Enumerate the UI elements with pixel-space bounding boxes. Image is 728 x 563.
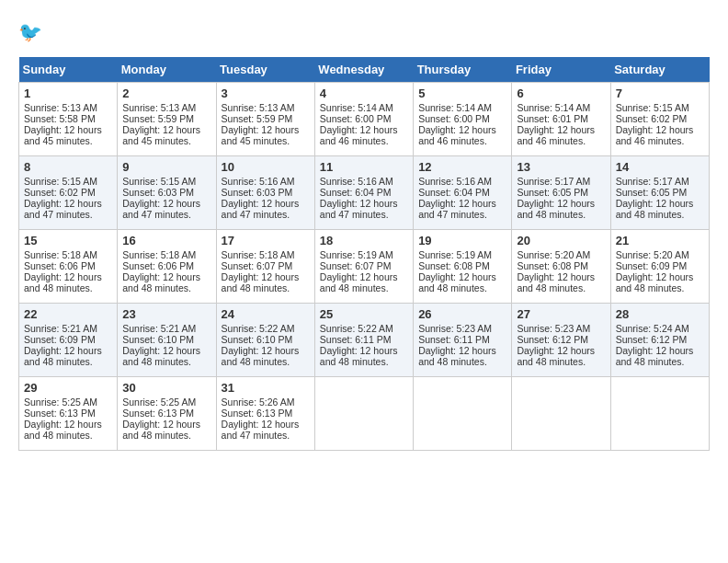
sunrise-info: Sunrise: 5:17 AM bbox=[517, 176, 605, 187]
logo-icon: 🐦 bbox=[18, 18, 48, 48]
table-row: 17Sunrise: 5:18 AMSunset: 6:07 PMDayligh… bbox=[216, 230, 314, 304]
day-number: 10 bbox=[222, 160, 310, 174]
sunset-info: Sunset: 6:01 PM bbox=[517, 113, 605, 124]
table-row: 20Sunrise: 5:20 AMSunset: 6:08 PMDayligh… bbox=[512, 230, 610, 304]
day-number: 13 bbox=[517, 160, 605, 174]
sunset-info: Sunset: 6:10 PM bbox=[222, 334, 310, 345]
day-number: 23 bbox=[122, 307, 210, 321]
header: 🐦 bbox=[18, 18, 710, 48]
daylight-info: Daylight: 12 hours and 48 minutes. bbox=[122, 345, 210, 367]
daylight-info: Daylight: 12 hours and 46 minutes. bbox=[320, 124, 408, 146]
sunset-info: Sunset: 6:07 PM bbox=[222, 260, 310, 271]
daylight-info: Daylight: 12 hours and 48 minutes. bbox=[24, 271, 112, 293]
day-number: 20 bbox=[517, 234, 605, 247]
sunset-info: Sunset: 6:05 PM bbox=[517, 187, 605, 198]
col-monday: Monday bbox=[118, 57, 216, 83]
table-row: 10Sunrise: 5:16 AMSunset: 6:03 PMDayligh… bbox=[216, 156, 314, 230]
sunrise-info: Sunrise: 5:16 AM bbox=[418, 176, 506, 187]
table-row: 11Sunrise: 5:16 AMSunset: 6:04 PMDayligh… bbox=[314, 156, 413, 230]
sunset-info: Sunset: 6:03 PM bbox=[122, 187, 210, 198]
table-row: 1Sunrise: 5:13 AMSunset: 5:58 PMDaylight… bbox=[19, 83, 118, 156]
day-number: 31 bbox=[222, 381, 310, 395]
daylight-info: Daylight: 12 hours and 47 minutes. bbox=[222, 419, 310, 441]
table-row: 2Sunrise: 5:13 AMSunset: 5:59 PMDaylight… bbox=[118, 83, 216, 156]
day-number: 21 bbox=[616, 234, 704, 247]
daylight-info: Daylight: 12 hours and 48 minutes. bbox=[222, 345, 310, 367]
daylight-info: Daylight: 12 hours and 48 minutes. bbox=[418, 345, 506, 367]
daylight-info: Daylight: 12 hours and 48 minutes. bbox=[222, 271, 310, 293]
daylight-info: Daylight: 12 hours and 48 minutes. bbox=[320, 271, 408, 293]
table-row: 18Sunrise: 5:19 AMSunset: 6:07 PMDayligh… bbox=[314, 230, 413, 304]
table-row: 28Sunrise: 5:24 AMSunset: 6:12 PMDayligh… bbox=[610, 304, 709, 377]
daylight-info: Daylight: 12 hours and 46 minutes. bbox=[517, 124, 605, 146]
sunrise-info: Sunrise: 5:16 AM bbox=[320, 176, 408, 187]
sunrise-info: Sunrise: 5:15 AM bbox=[616, 102, 704, 113]
table-row: 3Sunrise: 5:13 AMSunset: 5:59 PMDaylight… bbox=[216, 83, 314, 156]
day-number: 30 bbox=[122, 381, 210, 395]
sunrise-info: Sunrise: 5:26 AM bbox=[222, 396, 310, 408]
day-number: 24 bbox=[222, 307, 310, 321]
table-row: 14Sunrise: 5:17 AMSunset: 6:05 PMDayligh… bbox=[610, 156, 709, 230]
day-number: 22 bbox=[24, 307, 112, 321]
sunset-info: Sunset: 6:02 PM bbox=[616, 113, 704, 124]
sunset-info: Sunset: 6:00 PM bbox=[418, 113, 506, 124]
sunset-info: Sunset: 6:08 PM bbox=[418, 260, 506, 271]
sunrise-info: Sunrise: 5:15 AM bbox=[24, 176, 112, 187]
sunrise-info: Sunrise: 5:20 AM bbox=[517, 249, 605, 260]
daylight-info: Daylight: 12 hours and 48 minutes. bbox=[122, 271, 210, 293]
day-number: 4 bbox=[320, 86, 408, 100]
sunrise-info: Sunrise: 5:22 AM bbox=[320, 323, 408, 334]
daylight-info: Daylight: 12 hours and 48 minutes. bbox=[517, 345, 605, 367]
sunset-info: Sunset: 6:08 PM bbox=[517, 260, 605, 271]
day-number: 14 bbox=[616, 160, 704, 174]
sunset-info: Sunset: 6:00 PM bbox=[320, 113, 408, 124]
table-row: 15Sunrise: 5:18 AMSunset: 6:06 PMDayligh… bbox=[19, 230, 118, 304]
sunset-info: Sunset: 6:13 PM bbox=[222, 408, 310, 419]
sunset-info: Sunset: 6:03 PM bbox=[222, 187, 310, 198]
daylight-info: Daylight: 12 hours and 48 minutes. bbox=[517, 271, 605, 293]
daylight-info: Daylight: 12 hours and 47 minutes. bbox=[320, 198, 408, 220]
day-number: 18 bbox=[320, 234, 408, 247]
day-number: 29 bbox=[24, 381, 112, 395]
col-friday: Friday bbox=[512, 57, 610, 83]
sunset-info: Sunset: 6:04 PM bbox=[320, 187, 408, 198]
day-number: 11 bbox=[320, 160, 408, 174]
table-row: 9Sunrise: 5:15 AMSunset: 6:03 PMDaylight… bbox=[118, 156, 216, 230]
table-row bbox=[414, 377, 512, 451]
sunset-info: Sunset: 5:58 PM bbox=[24, 113, 112, 124]
logo: 🐦 bbox=[18, 18, 51, 48]
sunset-info: Sunset: 6:12 PM bbox=[517, 334, 605, 345]
sunset-info: Sunset: 6:06 PM bbox=[24, 260, 112, 271]
sunset-info: Sunset: 6:02 PM bbox=[24, 187, 112, 198]
calendar-week-row: 22Sunrise: 5:21 AMSunset: 6:09 PMDayligh… bbox=[19, 304, 710, 377]
sunrise-info: Sunrise: 5:14 AM bbox=[320, 102, 408, 113]
calendar-week-row: 15Sunrise: 5:18 AMSunset: 6:06 PMDayligh… bbox=[19, 230, 710, 304]
daylight-info: Daylight: 12 hours and 45 minutes. bbox=[222, 124, 310, 146]
col-sunday: Sunday bbox=[19, 57, 118, 83]
day-number: 27 bbox=[517, 307, 605, 321]
table-row: 23Sunrise: 5:21 AMSunset: 6:10 PMDayligh… bbox=[118, 304, 216, 377]
table-row: 8Sunrise: 5:15 AMSunset: 6:02 PMDaylight… bbox=[19, 156, 118, 230]
day-number: 19 bbox=[418, 234, 506, 247]
sunrise-info: Sunrise: 5:20 AM bbox=[616, 249, 704, 260]
daylight-info: Daylight: 12 hours and 47 minutes. bbox=[24, 198, 112, 220]
table-row: 24Sunrise: 5:22 AMSunset: 6:10 PMDayligh… bbox=[216, 304, 314, 377]
day-number: 9 bbox=[122, 160, 210, 174]
daylight-info: Daylight: 12 hours and 48 minutes. bbox=[517, 198, 605, 220]
day-number: 3 bbox=[222, 86, 310, 100]
table-row: 6Sunrise: 5:14 AMSunset: 6:01 PMDaylight… bbox=[512, 83, 610, 156]
sunrise-info: Sunrise: 5:16 AM bbox=[222, 176, 310, 187]
sunset-info: Sunset: 5:59 PM bbox=[222, 113, 310, 124]
table-row: 19Sunrise: 5:19 AMSunset: 6:08 PMDayligh… bbox=[414, 230, 512, 304]
sunset-info: Sunset: 5:59 PM bbox=[122, 113, 210, 124]
sunset-info: Sunset: 6:09 PM bbox=[616, 260, 704, 271]
sunrise-info: Sunrise: 5:19 AM bbox=[418, 249, 506, 260]
sunrise-info: Sunrise: 5:13 AM bbox=[222, 102, 310, 113]
daylight-info: Daylight: 12 hours and 47 minutes. bbox=[418, 198, 506, 220]
table-row: 22Sunrise: 5:21 AMSunset: 6:09 PMDayligh… bbox=[19, 304, 118, 377]
daylight-info: Daylight: 12 hours and 48 minutes. bbox=[616, 271, 704, 293]
sunset-info: Sunset: 6:04 PM bbox=[418, 187, 506, 198]
sunrise-info: Sunrise: 5:15 AM bbox=[122, 176, 210, 187]
day-number: 12 bbox=[418, 160, 506, 174]
day-number: 25 bbox=[320, 307, 408, 321]
